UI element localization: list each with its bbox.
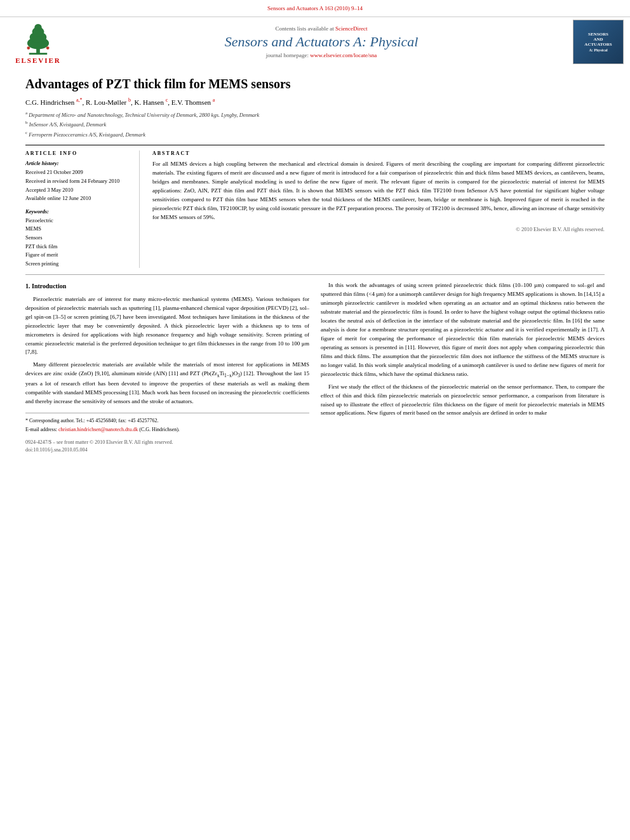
article-info-label: ARTICLE INFO [25,150,131,156]
journal-title-center: Contents lists available at ScienceDirec… [70,25,573,58]
journal-name: Sensors and Actuators A: Physical [70,34,573,50]
svg-point-7 [46,46,50,50]
issn-line: 0924-4247/$ – see front matter © 2010 El… [25,439,309,446]
copyright-line: © 2010 Elsevier B.V. All rights reserved… [152,226,605,232]
footnote-section: * Corresponding author. Tel.: +45 452568… [25,413,309,434]
affil-c-text: Ferroperm Piezocceramics A/S, Kvistgaard… [29,131,145,138]
abstract-section: ABSTRACT For all MEMS devices a high cou… [152,150,605,268]
corresponding-author-note: * Corresponding author. Tel.: +45 452568… [25,417,309,425]
keyword-5: Figure of merit [25,251,131,260]
affiliations: a Department of Micro- and Nanotechnolog… [25,110,605,139]
affil-b: b InSensor A/S, Kvistgaard, Denmark [25,119,605,129]
keywords-section: Keywords: Piezoelectric MEMS Sensors PZT… [25,208,131,269]
authors-line: C.G. Hindrichsen a,*, R. Lou-Møller b, K… [25,97,605,106]
header-content: ELSEVIER Contents lists available at Sci… [0,17,630,67]
journal-header: Sensors and Actuators A 163 (2010) 9–14 [0,0,630,17]
received-revised-line: Received in revised form 24 February 201… [25,177,131,186]
received-line: Received 21 October 2009 [25,168,131,177]
affil-b-text: InSensor A/S, Kvistgaard, Denmark [29,121,107,128]
doi-line: doi:10.1016/j.sna.2010.05.004 [25,446,309,454]
intro-para-1: Piezoelectric materials are of interest … [25,295,309,357]
badge-line4: A: Physical [589,48,607,52]
journal-url-link[interactable]: www.elsevier.com/locate/sna [310,52,377,58]
badge-and-text: AND [593,37,603,42]
main-content: 1. Introduction Piezoelectric materials … [25,281,605,453]
right-para-1: In this work the advantages of using scr… [321,281,605,378]
email-label: E-mail address: [25,427,57,432]
abstract-text: For all MEMS devices a high coupling bet… [152,160,605,222]
keyword-6: Screen printing [25,260,131,269]
section-divider [25,274,605,275]
badge-sensors-text: SENSORS [588,32,608,37]
elsevier-logo: ELSEVIER [6,20,70,64]
right-column: In this work the advantages of using scr… [321,281,605,453]
badge-actuators-text: ACTUATORS [584,42,612,47]
sciencedirect-link[interactable]: ScienceDirect [335,25,367,32]
bottom-info: 0924-4247/$ – see front matter © 2010 El… [25,439,309,454]
introduction-heading: 1. Introduction [25,281,309,291]
article-info-panel: ARTICLE INFO Article history: Received 2… [25,150,140,268]
journal-top-link: Sensors and Actuators A 163 (2010) 9–14 [13,5,617,11]
article-title: Advantages of PZT thick film for MEMS se… [25,76,605,92]
info-abstract-section: ARTICLE INFO Article history: Received 2… [25,145,605,268]
accepted-line: Accepted 3 May 2010 [25,186,131,195]
journal-homepage: journal homepage: www.elsevier.com/locat… [70,52,573,58]
journal-citation-link[interactable]: Sensors and Actuators A 163 (2010) 9–14 [267,5,363,11]
elsevier-tree-icon [19,20,57,55]
svg-rect-1 [29,53,47,55]
keyword-4: PZT thick film [25,243,131,251]
abstract-label: ABSTRACT [152,150,605,156]
article-body: Advantages of PZT thick film for MEMS se… [0,67,630,463]
email-footnote: E-mail address: christian.hindrichsen@na… [25,426,309,434]
svg-point-6 [27,46,30,50]
email-link[interactable]: christian.hindrichsen@nanotech.dtu.dk [58,427,138,432]
affil-c: c Ferroperm Piezocceramics A/S, Kvistgaa… [25,130,605,139]
keywords-label: Keywords: [25,208,131,215]
history-label: Article history: [25,160,131,166]
email-name: (C.G. Hindrichsen). [139,427,180,432]
page: Sensors and Actuators A 163 (2010) 9–14 … [0,0,630,840]
sensors-actuators-badge: SENSORS AND ACTUATORS A: Physical [573,20,624,64]
intro-para-2: Many different piezoelectric materials a… [25,361,309,406]
elsevier-wordmark: ELSEVIER [15,57,61,64]
affil-a: a Department of Micro- and Nanotechnolog… [25,110,605,119]
keyword-1: Piezoelectric [25,217,131,225]
available-online-line: Available online 12 June 2010 [25,194,131,203]
right-para-2: First we study the effect of the thickne… [321,383,605,418]
svg-point-5 [34,23,41,30]
keyword-3: Sensors [25,234,131,243]
affil-a-text: Department of Micro- and Nanotechnology,… [29,111,259,117]
keyword-2: MEMS [25,225,131,234]
left-column: 1. Introduction Piezoelectric materials … [25,281,309,453]
contents-available-text: Contents lists available at ScienceDirec… [70,25,573,32]
